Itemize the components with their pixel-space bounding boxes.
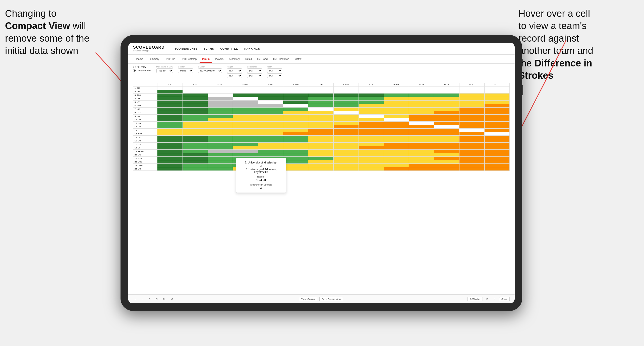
cell-15-14[interactable] (484, 136, 509, 139)
cell-10-10[interactable] (384, 118, 409, 122)
cell-15-8[interactable] (333, 136, 359, 139)
cell-3-10[interactable] (384, 94, 409, 97)
cell-23-9[interactable] (359, 164, 384, 167)
cell-10-5[interactable] (258, 118, 283, 122)
cell-1-6[interactable] (283, 86, 308, 90)
cell-20-6[interactable] (283, 153, 308, 157)
max-teams-select[interactable]: Top 50 (156, 68, 173, 73)
cell-19-11[interactable] (409, 150, 434, 153)
cell-23-11[interactable] (409, 164, 434, 167)
cell-6-6[interactable] (283, 104, 308, 108)
cell-12-10[interactable] (384, 125, 409, 129)
cell-13-1[interactable] (157, 129, 183, 132)
cell-11-8[interactable] (333, 122, 359, 125)
cell-14-3[interactable] (208, 132, 233, 136)
cell-17-12[interactable] (434, 143, 459, 146)
cell-8-6[interactable] (283, 111, 308, 115)
cell-6-3[interactable] (208, 104, 233, 108)
cell-24-3[interactable] (208, 167, 233, 171)
nav-teams[interactable]: TEAMS (204, 46, 214, 51)
cell-6-12[interactable] (434, 104, 459, 108)
cell-11-3[interactable] (208, 122, 233, 125)
cell-6-9[interactable] (359, 104, 384, 108)
cell-7-8[interactable] (333, 108, 359, 111)
cell-12-4[interactable] (233, 125, 258, 129)
cell-15-3[interactable] (208, 136, 233, 139)
cell-6-4[interactable] (233, 104, 258, 108)
cell-9-11[interactable] (409, 115, 434, 118)
cell-22-14[interactable] (484, 160, 509, 164)
cell-18-9[interactable] (359, 146, 384, 150)
cell-23-2[interactable] (183, 164, 208, 167)
subtab-matrix[interactable]: Matrix (200, 55, 212, 63)
cell-16-1[interactable] (157, 139, 183, 143)
cell-19-5[interactable] (258, 150, 283, 153)
cell-13-4[interactable] (233, 129, 258, 132)
cell-17-3[interactable] (208, 143, 233, 146)
cell-2-5[interactable] (258, 90, 283, 94)
cell-11-1[interactable] (157, 122, 183, 125)
cell-7-13[interactable] (459, 108, 484, 111)
cell-1-8[interactable] (333, 86, 359, 90)
cell-10-12[interactable] (434, 118, 459, 122)
cell-2-9[interactable] (359, 90, 384, 94)
cell-18-7[interactable] (308, 146, 333, 150)
cell-4-5[interactable] (258, 97, 283, 101)
cell-2-11[interactable] (409, 90, 434, 94)
cell-2-6[interactable] (283, 90, 308, 94)
cell-6-11[interactable] (409, 104, 434, 108)
cell-20-8[interactable] (333, 153, 359, 157)
cell-3-11[interactable] (409, 94, 434, 97)
cell-5-3[interactable] (208, 101, 233, 104)
cell-22-9[interactable] (359, 160, 384, 164)
cell-2-2[interactable] (183, 90, 208, 94)
cell-12-11[interactable] (409, 125, 434, 129)
cell-2-3[interactable] (208, 90, 233, 94)
cell-10-13[interactable] (459, 118, 484, 122)
cell-13-12[interactable] (434, 129, 459, 132)
subtab-players[interactable]: Players (213, 56, 226, 62)
cell-3-4[interactable] (233, 94, 258, 97)
cell-14-4[interactable] (233, 132, 258, 136)
cell-21-2[interactable] (183, 157, 208, 160)
subtab-teams[interactable]: Teams (133, 56, 145, 62)
region-select1[interactable]: N/A (227, 68, 242, 73)
cell-12-2[interactable] (183, 125, 208, 129)
cell-24-9[interactable] (359, 167, 384, 171)
cell-19-10[interactable] (384, 150, 409, 153)
cell-9-5[interactable] (258, 115, 283, 118)
cell-11-10[interactable] (384, 122, 409, 125)
cell-11-2[interactable] (183, 122, 208, 125)
cell-5-7[interactable] (308, 101, 333, 104)
share-btn[interactable]: Share (499, 297, 510, 301)
cell-19-3[interactable] (208, 150, 233, 153)
cell-20-10[interactable] (384, 153, 409, 157)
cell-10-4[interactable] (233, 118, 258, 122)
cell-14-10[interactable] (384, 132, 409, 136)
cell-16-3[interactable] (208, 139, 233, 143)
cell-7-12[interactable] (434, 108, 459, 111)
cell-15-12[interactable] (434, 136, 459, 139)
cell-21-1[interactable] (157, 157, 183, 160)
cell-5-14[interactable] (484, 101, 509, 104)
cell-14-13[interactable] (459, 132, 484, 136)
cell-4-3[interactable] (208, 97, 233, 101)
cell-3-2[interactable] (183, 94, 208, 97)
cell-13-9[interactable] (359, 129, 384, 132)
cell-10-11[interactable] (409, 118, 434, 122)
cell-4-10[interactable] (384, 97, 409, 101)
compact-view-option[interactable]: Compact View (133, 69, 151, 72)
cell-20-3[interactable] (208, 153, 233, 157)
cell-24-13[interactable] (459, 167, 484, 171)
cell-17-1[interactable] (157, 143, 183, 146)
subtab-h2hheatmap2[interactable]: H2H Heatmap (271, 56, 291, 62)
refresh-btn[interactable]: ↺ (169, 297, 174, 301)
cell-22-13[interactable] (459, 160, 484, 164)
cell-22-6[interactable] (283, 160, 308, 164)
cell-3-6[interactable] (283, 94, 308, 97)
cell-18-2[interactable] (183, 146, 208, 150)
cell-2-14[interactable] (484, 90, 509, 94)
cell-5-11[interactable] (409, 101, 434, 104)
cell-15-1[interactable] (157, 136, 183, 139)
cell-15-9[interactable] (359, 136, 384, 139)
